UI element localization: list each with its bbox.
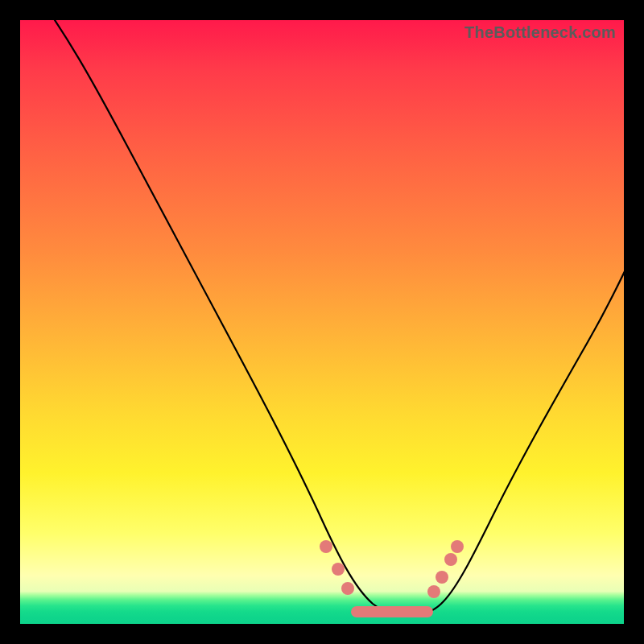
marker-dot [444,553,457,566]
marker-dot [451,540,464,553]
marker-dot [341,582,354,595]
marker-dot [427,585,440,598]
chart-frame: TheBottleneck.com [0,0,644,644]
marker-dot [320,540,332,553]
bottleneck-curve [20,20,624,624]
marker-dot [436,571,448,584]
plot-area: TheBottleneck.com [20,20,624,624]
curve-path [20,20,624,614]
marker-dot [332,563,345,576]
